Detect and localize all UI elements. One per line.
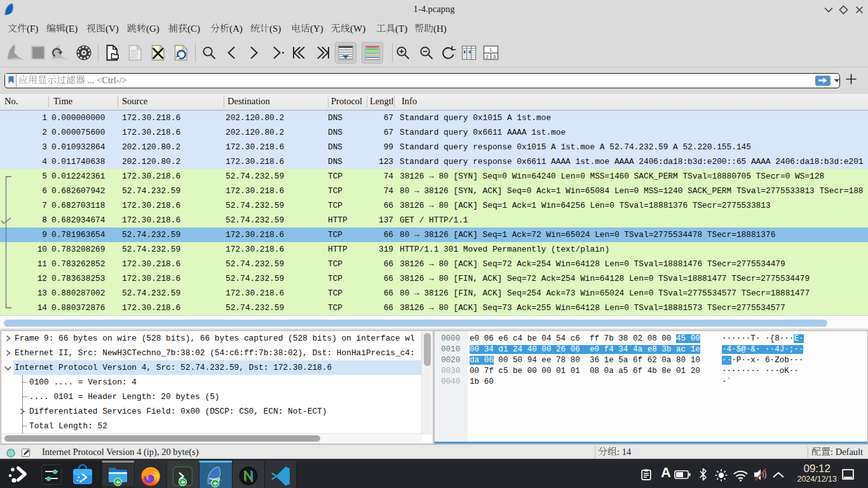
svg-text:2: 2 xyxy=(486,54,489,60)
svg-text:0111: 0111 xyxy=(131,56,138,59)
svg-text:1: 1 xyxy=(489,47,492,53)
svg-text:3: 3 xyxy=(493,54,496,60)
